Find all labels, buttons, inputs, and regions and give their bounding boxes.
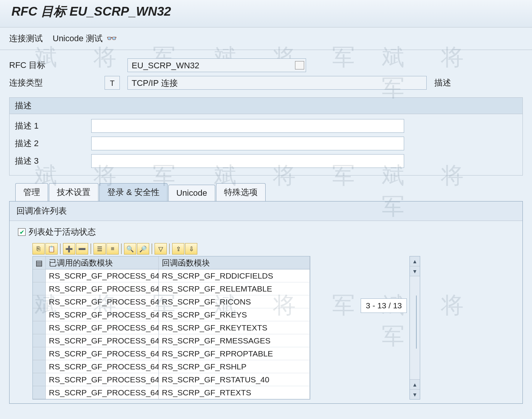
cell-callback-module[interactable]: RS_SCRP_GF_RMESSAGES — [159, 334, 310, 347]
cell-called-module[interactable]: RS_SCRP_GF_PROCESS_640 — [46, 269, 159, 282]
find-icon[interactable]: 🔍 — [124, 243, 136, 255]
delete-row-icon[interactable]: ➖ — [76, 243, 88, 255]
toolbar-separator — [60, 243, 61, 254]
row-selector[interactable] — [33, 334, 46, 347]
row-selector[interactable] — [33, 347, 46, 360]
row-selector[interactable] — [33, 373, 46, 386]
table-row[interactable]: RS_SCRP_GF_PROCESS_640RS_SCRP_GF_RMESSAG… — [33, 334, 310, 347]
cell-called-module[interactable]: RS_SCRP_GF_PROCESS_640 — [46, 295, 159, 308]
cell-called-module[interactable]: RS_SCRP_GF_PROCESS_640 — [46, 282, 159, 295]
row-selector[interactable] — [33, 269, 46, 282]
cell-callback-module[interactable]: RS_SCRP_GF_RKEYTEXTS — [159, 321, 310, 334]
table-row[interactable]: RS_SCRP_GF_PROCESS_640RS_SCRP_GF_RELEMTA… — [33, 282, 310, 295]
list-active-checkbox[interactable]: ✔ — [18, 228, 26, 236]
row-selector[interactable] — [33, 282, 46, 295]
form-area: RFC 目标 EU_SCRP_WN32 连接类型 T TCP/IP 连接 描述 — [0, 50, 532, 95]
table-row[interactable]: RS_SCRP_GF_PROCESS_640RS_SCRP_GF_RDDICFI… — [33, 269, 310, 282]
export-icon[interactable]: ⇪ — [172, 243, 184, 255]
import-icon[interactable]: ⇩ — [185, 243, 197, 255]
cell-called-module[interactable]: RS_SCRP_GF_PROCESS_640 — [46, 386, 159, 399]
scroll-down-icon[interactable]: ▲ — [410, 379, 420, 389]
connection-type-label: 连接类型 — [9, 77, 105, 89]
rfc-destination-label: RFC 目标 — [9, 60, 105, 71]
cell-callback-module[interactable]: RS_SCRP_GF_RICONS — [159, 295, 310, 308]
copy-icon[interactable]: ⎘ — [32, 243, 45, 255]
app-toolbar: 连接测试 Unicode 测试 👓 — [0, 27, 532, 50]
select-all-rows-icon[interactable]: ▤ — [33, 256, 46, 269]
insert-row-icon[interactable]: ➕ — [63, 243, 75, 255]
cell-callback-module[interactable]: RS_SCRP_GF_RTEXTS — [159, 386, 310, 399]
description-input-1[interactable] — [91, 119, 404, 133]
callback-allowlist-title: 回调准许列表 — [10, 201, 522, 221]
description-label: 描述 3 — [15, 155, 91, 167]
callback-grid[interactable]: ▤ 已调用的函数模块 回调函数模块 RS_SCRP_GF_PROCESS_640… — [32, 256, 310, 400]
description-input-3[interactable] — [91, 154, 404, 168]
description-group-header: 描述 — [10, 98, 522, 114]
cell-callback-module[interactable]: RS_SCRP_GF_RDDICFIELDS — [159, 269, 310, 282]
connection-type-text-field: TCP/IP 连接 — [127, 76, 427, 90]
table-row[interactable]: RS_SCRP_GF_PROCESS_640RS_SCRP_GF_RICONS — [33, 295, 310, 308]
scroll-range-badge: 3 - 13 / 13 — [361, 298, 407, 313]
tab-unicode[interactable]: Unicode — [168, 185, 215, 201]
description-trailing-label: 描述 — [434, 77, 451, 89]
cell-called-module[interactable]: RS_SCRP_GF_PROCESS_640 — [46, 321, 159, 334]
find-next-icon[interactable]: 🔎 — [137, 243, 149, 255]
cell-callback-module[interactable]: RS_SCRP_GF_RPROPTABLE — [159, 347, 310, 360]
list-active-row: ✔ 列表处于活动状态 — [10, 221, 522, 242]
table-row[interactable]: RS_SCRP_GF_PROCESS_640RS_SCRP_GF_RKEYS — [33, 308, 310, 321]
paste-icon[interactable]: 📋 — [45, 243, 58, 255]
deselect-all-icon[interactable]: ≡ — [106, 243, 119, 255]
connection-test-button[interactable]: 连接测试 — [9, 33, 43, 44]
row-selector[interactable] — [33, 386, 46, 399]
cell-called-module[interactable]: RS_SCRP_GF_PROCESS_640 — [46, 308, 159, 321]
scroll-up-icon[interactable]: ▼ — [410, 266, 420, 276]
table-row[interactable]: RS_SCRP_GF_PROCESS_640RS_SCRP_GF_RKEYTEX… — [33, 321, 310, 334]
row-selector[interactable] — [33, 308, 46, 321]
cell-called-module[interactable]: RS_SCRP_GF_PROCESS_640 — [46, 347, 159, 360]
column-header-callback[interactable]: 回调函数模块 — [159, 256, 310, 269]
tab-logon-security[interactable]: 登录 & 安全性 — [99, 183, 168, 201]
table-row[interactable]: RS_SCRP_GF_PROCESS_640RS_SCRP_GF_RSHLP — [33, 360, 310, 373]
row-selector[interactable] — [33, 295, 46, 308]
f4-help-icon[interactable] — [295, 61, 304, 69]
list-active-label: 列表处于活动状态 — [29, 226, 96, 238]
toolbar-separator — [90, 243, 91, 254]
cell-callback-module[interactable]: RS_SCRP_GF_RKEYS — [159, 308, 310, 321]
tab-admin[interactable]: 管理 — [15, 183, 48, 201]
description-group: 描述 描述 1描述 2描述 3 — [9, 97, 523, 176]
page-title: RFC 目标 EU_SCRP_WN32 — [0, 0, 532, 27]
cell-callback-module[interactable]: RS_SCRP_GF_RSHLP — [159, 360, 310, 373]
description-label: 描述 2 — [15, 138, 91, 149]
filter-icon[interactable]: ▽ — [155, 243, 167, 255]
cell-called-module[interactable]: RS_SCRP_GF_PROCESS_640 — [46, 334, 159, 347]
tabstrip: 管理 技术设置 登录 & 安全性 Unicode 特殊选项 — [15, 183, 532, 201]
tab-tech-settings[interactable]: 技术设置 — [49, 183, 98, 201]
rfc-destination-field[interactable]: EU_SCRP_WN32 — [127, 58, 306, 72]
row-selector[interactable] — [33, 360, 46, 373]
tab-body: 回调准许列表 ✔ 列表处于活动状态 ⎘ 📋 ➕ ➖ ☰ ≡ 🔍 🔎 ▽ ⇪ ⇩ … — [9, 201, 523, 404]
scroll-down-icon[interactable]: ▼ — [410, 389, 420, 399]
toolbar-separator — [121, 243, 122, 254]
description-row: 描述 1 — [15, 117, 517, 135]
cell-callback-module[interactable]: RS_SCRP_GF_RSTATUS_40 — [159, 373, 310, 386]
toolbar-separator — [152, 243, 152, 254]
table-row[interactable]: RS_SCRP_GF_PROCESS_640RS_SCRP_GF_RPROPTA… — [33, 347, 310, 360]
table-row[interactable]: RS_SCRP_GF_PROCESS_640RS_SCRP_GF_RSTATUS… — [33, 373, 310, 386]
cell-called-module[interactable]: RS_SCRP_GF_PROCESS_640 — [46, 360, 159, 373]
cell-called-module[interactable]: RS_SCRP_GF_PROCESS_640 — [46, 373, 159, 386]
unicode-test-button[interactable]: Unicode 测试 👓 — [53, 33, 117, 44]
cell-callback-module[interactable]: RS_SCRP_GF_RELEMTABLE — [159, 282, 310, 295]
row-selector[interactable] — [33, 321, 46, 334]
rfc-destination-value: EU_SCRP_WN32 — [132, 61, 199, 70]
table-row[interactable]: RS_SCRP_GF_PROCESS_640RS_SCRP_GF_RTEXTS — [33, 386, 310, 399]
scroll-up-icon[interactable]: ▲ — [410, 256, 420, 266]
vertical-scrollbar[interactable]: ▲ ▼ ▲ ▼ 3 - 13 / 13 — [409, 256, 420, 400]
tab-special-options[interactable]: 特殊选项 — [216, 183, 266, 201]
description-row: 描述 2 — [15, 135, 517, 152]
select-all-icon[interactable]: ☰ — [94, 243, 106, 255]
connection-type-code-field[interactable]: T — [105, 76, 120, 90]
glasses-icon: 👓 — [106, 34, 117, 43]
description-input-2[interactable] — [91, 137, 404, 150]
scroll-thumb[interactable] — [416, 295, 417, 349]
column-header-called[interactable]: 已调用的函数模块 — [46, 256, 159, 269]
